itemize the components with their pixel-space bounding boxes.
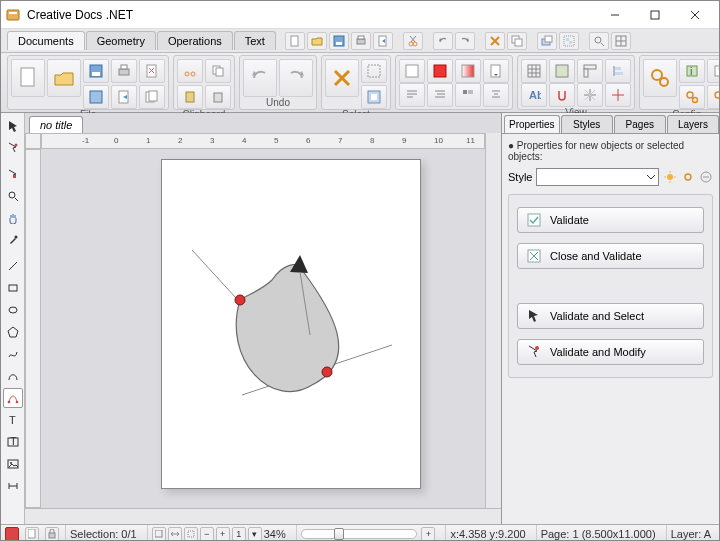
quick-save-icon[interactable] (329, 32, 349, 50)
vertical-scrollbar[interactable] (485, 149, 501, 508)
quick-new-icon[interactable] (285, 32, 305, 50)
ribbon-info-icon[interactable]: i (679, 59, 705, 83)
tool-line-icon[interactable] (3, 256, 23, 276)
tool-rect-icon[interactable] (3, 278, 23, 298)
tool-text-icon[interactable]: T (3, 410, 23, 430)
ribbon-paste-icon[interactable] (177, 85, 203, 109)
status-zoom-page-icon[interactable] (152, 527, 166, 541)
style-combo[interactable] (536, 168, 659, 186)
ribbon-open-icon[interactable] (47, 59, 81, 97)
panel-tab-properties[interactable]: Properties (504, 115, 560, 133)
tool-hand-icon[interactable] (3, 208, 23, 228)
panel-tab-layers[interactable]: Layers (667, 115, 719, 133)
close-button[interactable] (675, 2, 715, 28)
vertical-ruler[interactable] (25, 149, 41, 508)
horizontal-scrollbar[interactable] (41, 508, 485, 524)
status-zoom-width-icon[interactable] (168, 527, 182, 541)
ribbon-saveas-icon[interactable] (83, 85, 109, 109)
tool-image-icon[interactable] (3, 454, 23, 474)
ribbon-snap-icon[interactable] (549, 83, 575, 107)
quick-print-icon[interactable] (351, 32, 371, 50)
minimize-button[interactable] (595, 2, 635, 28)
ribbon-constr-icon[interactable] (577, 83, 603, 107)
tool-textbox-icon[interactable]: T (3, 432, 23, 452)
tool-zoom-icon[interactable] (3, 186, 23, 206)
quick-dup-icon[interactable] (507, 32, 527, 50)
quick-cut-icon[interactable] (403, 32, 423, 50)
quick-grid-icon[interactable] (611, 32, 631, 50)
status-zoom-100-icon[interactable]: 1 (232, 527, 246, 541)
ribbon-deselect-icon[interactable] (325, 59, 359, 97)
tool-curve-icon[interactable] (3, 366, 23, 386)
validate-button[interactable]: Validate (517, 207, 704, 233)
style-gear-icon[interactable] (681, 170, 695, 184)
ribbon-fill3-icon[interactable] (455, 59, 481, 83)
tool-dimension-icon[interactable] (3, 476, 23, 496)
style-remove-icon[interactable] (699, 170, 713, 184)
ribbon-save-icon[interactable] (83, 59, 109, 83)
ribbon-fill2-icon[interactable] (427, 59, 453, 83)
ribbon-styledrp-icon[interactable] (483, 59, 509, 83)
ribbon-closeall-icon[interactable] (139, 85, 165, 109)
page[interactable] (161, 159, 421, 489)
ribbon-text-icon[interactable]: Ab (521, 83, 547, 107)
ribbon-export-icon[interactable] (111, 85, 137, 109)
ribbon-key-icon[interactable] (707, 85, 720, 109)
quick-redo-icon[interactable] (455, 32, 475, 50)
horizontal-ruler[interactable]: -1 0 1 2 3 4 5 6 7 8 9 10 11 (41, 133, 485, 149)
panel-tab-styles[interactable]: Styles (561, 115, 613, 133)
quick-order-icon[interactable] (537, 32, 557, 50)
quick-delete-icon[interactable] (485, 32, 505, 50)
status-zoom-in-icon[interactable]: + (216, 527, 230, 541)
tool-ellipse-icon[interactable] (3, 300, 23, 320)
tool-picker-icon[interactable] (3, 230, 23, 250)
ribbon-para2-icon[interactable] (427, 83, 453, 107)
ribbon-settings-icon[interactable] (643, 59, 677, 97)
ribbon-gears-icon[interactable] (679, 85, 705, 109)
menu-tab-text[interactable]: Text (234, 31, 276, 50)
ribbon-copy-icon[interactable] (205, 59, 231, 83)
status-zoom-sel-icon[interactable] (184, 527, 198, 541)
ribbon-gridmag-icon[interactable] (549, 59, 575, 83)
quick-undo-icon[interactable] (433, 32, 453, 50)
validate-select-button[interactable]: Validate and Select (517, 303, 704, 329)
quick-open-icon[interactable] (307, 32, 327, 50)
ribbon-align-icon[interactable] (605, 59, 631, 83)
ribbon-print-icon[interactable] (111, 59, 137, 83)
ribbon-para3-icon[interactable] (455, 83, 481, 107)
ribbon-grid-icon[interactable] (521, 59, 547, 83)
zoom-slider[interactable] (301, 529, 418, 539)
panel-tab-pages[interactable]: Pages (614, 115, 666, 133)
tool-bezier-icon[interactable] (3, 388, 23, 408)
ribbon-help-icon[interactable]: ? (707, 59, 720, 83)
ribbon-para1-icon[interactable] (399, 83, 425, 107)
menu-tab-documents[interactable]: Documents (7, 31, 85, 50)
quick-export-icon[interactable] (373, 32, 393, 50)
ribbon-para4-icon[interactable] (483, 83, 509, 107)
document-tab[interactable]: no title (29, 116, 83, 133)
status-plus-icon[interactable]: + (421, 527, 435, 541)
status-rec-icon[interactable] (5, 527, 19, 541)
maximize-button[interactable] (635, 2, 675, 28)
ribbon-selinv-icon[interactable] (361, 85, 387, 109)
status-zoom-drop-icon[interactable]: ▾ (248, 527, 262, 541)
status-doc-icon[interactable] (25, 527, 39, 541)
canvas[interactable] (41, 149, 485, 508)
quick-group-icon[interactable] (559, 32, 579, 50)
ribbon-fill1-icon[interactable] (399, 59, 425, 83)
validate-modify-button[interactable]: Validate and Modify (517, 339, 704, 365)
ribbon-close-icon[interactable] (139, 59, 165, 83)
ribbon-new-icon[interactable] (11, 59, 45, 97)
ribbon-cut-icon[interactable] (177, 59, 203, 83)
ribbon-snapgrid-icon[interactable] (605, 83, 631, 107)
close-validate-button[interactable]: Close and Validate (517, 243, 704, 269)
menu-tab-operations[interactable]: Operations (157, 31, 233, 50)
tool-freehand-icon[interactable] (3, 344, 23, 364)
ribbon-redo-icon[interactable] (279, 59, 313, 97)
status-lock-icon[interactable] (45, 527, 59, 541)
status-zoom-out-icon[interactable]: − (200, 527, 214, 541)
ribbon-rulers-icon[interactable] (577, 59, 603, 83)
style-sun-icon[interactable] (663, 170, 677, 184)
ribbon-selall-icon[interactable] (361, 59, 387, 83)
tool-node-icon[interactable] (3, 138, 23, 158)
